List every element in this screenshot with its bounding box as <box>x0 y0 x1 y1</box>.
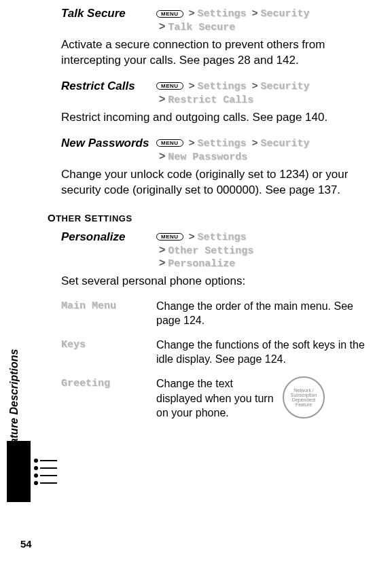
chevron-right-icon: > <box>156 150 168 162</box>
feature-title: New Passwords <box>61 137 156 150</box>
chevron-right-icon: > <box>249 79 261 91</box>
path-leaf: Personalize <box>168 258 235 270</box>
menu-path-line2: >New Passwords <box>156 150 372 163</box>
menu-button-icon: MENU <box>156 82 183 90</box>
menu-path: MENU >Settings >Security <box>156 137 372 149</box>
option-description: Change the functions of the soft keys in… <box>156 338 372 367</box>
menu-path-line2: >Restrict Calls <box>156 93 372 106</box>
option-description: Change the order of the main menu. See p… <box>156 299 372 328</box>
feature-description: Change your unlock code (originally set … <box>61 167 372 198</box>
chevron-right-icon: > <box>156 20 168 32</box>
chevron-right-icon: > <box>186 79 198 91</box>
menu-path: MENU >Settings >Security <box>156 7 372 20</box>
option-description: Change the text displayed when you turn … <box>156 376 279 421</box>
path-settings: Settings <box>198 81 247 92</box>
path-other-settings: Other Settings <box>168 245 253 257</box>
path-settings: Settings <box>198 138 247 149</box>
path-leaf: Talk Secure <box>168 22 235 33</box>
path-security: Security <box>260 8 309 20</box>
feature-title: Talk Secure <box>61 7 156 20</box>
feature-title: Personalize <box>61 230 156 244</box>
menu-button-icon: MENU <box>156 10 183 18</box>
feature-description: Set several personal phone options: <box>61 274 372 289</box>
chevron-right-icon: > <box>186 137 198 148</box>
path-settings: Settings <box>198 232 247 243</box>
section-heading: OTHER SETTINGS <box>48 212 372 224</box>
option-label: Keys <box>61 338 156 367</box>
chevron-right-icon: > <box>156 257 168 268</box>
option-label: Greeting <box>61 376 156 421</box>
chevron-right-icon: > <box>249 7 261 18</box>
feature-description: Restrict incoming and outgoing calls. Se… <box>61 110 372 126</box>
path-security: Security <box>260 81 309 92</box>
list-icon <box>34 459 57 488</box>
menu-path-line2: >Talk Secure <box>156 20 372 33</box>
menu-button-icon: MENU <box>156 233 183 241</box>
network-dependent-feature-icon: Network / Subscription Dependent Feature <box>283 376 325 418</box>
menu-path-line3: >Personalize <box>156 257 372 270</box>
feature-description: Activate a secure connection to prevent … <box>61 37 372 69</box>
menu-button-icon: MENU <box>156 139 183 147</box>
option-label: Main Menu <box>61 299 156 328</box>
path-leaf: Restrict Calls <box>168 94 253 106</box>
page-marker-tab <box>7 441 31 502</box>
feature-title: Restrict Calls <box>61 79 156 93</box>
chevron-right-icon: > <box>156 244 168 255</box>
path-leaf: New Passwords <box>168 152 247 163</box>
chevron-right-icon: > <box>186 230 198 242</box>
path-security: Security <box>260 138 309 149</box>
chevron-right-icon: > <box>186 7 198 18</box>
page-number: 54 <box>20 538 32 550</box>
path-settings: Settings <box>198 8 247 20</box>
menu-path-line2: >Other Settings <box>156 244 372 257</box>
chevron-right-icon: > <box>249 137 261 148</box>
chevron-right-icon: > <box>156 93 168 105</box>
menu-path: MENU >Settings <box>156 230 372 243</box>
menu-path: MENU >Settings >Security <box>156 79 372 92</box>
